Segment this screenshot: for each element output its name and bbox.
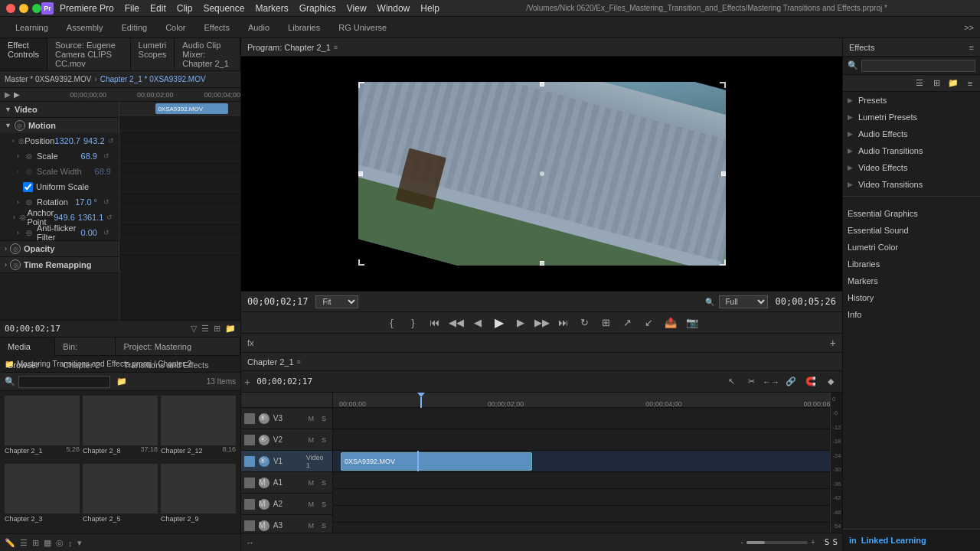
playback-icon[interactable]: ◎ — [56, 538, 64, 548]
tl-zoom-slider[interactable] — [746, 541, 808, 544]
step-forward-button[interactable]: ▶▶ — [533, 314, 551, 332]
effect-item-markers[interactable]: Markers — [843, 272, 980, 289]
track-v2-eye-icon[interactable]: 👁 — [259, 435, 270, 445]
pencil-icon[interactable]: ✏️ — [5, 538, 15, 548]
razor-tool-icon[interactable]: ✂ — [743, 373, 760, 390]
ec-time-remapping-header[interactable]: › ◎ Time Remapping — [0, 257, 119, 272]
link-icon[interactable]: 🔗 — [782, 373, 799, 390]
play-button[interactable]: ▶ — [490, 314, 508, 332]
step-back-button[interactable]: ◀◀ — [447, 314, 466, 332]
ec-opacity-header[interactable]: › ◎ Opacity — [0, 241, 119, 256]
overwrite-button[interactable]: ↙ — [640, 314, 658, 332]
icon-view-icon[interactable]: ▦ — [44, 538, 51, 548]
go-to-in-button[interactable]: ⏮ — [426, 314, 444, 332]
effect-item-lumetri-color[interactable]: Lumetri Color — [843, 239, 980, 256]
tab-assembly[interactable]: Assembly — [57, 17, 113, 38]
track-a2-solo-icon[interactable]: S — [318, 499, 329, 510]
menu-file[interactable]: File — [125, 3, 139, 14]
timeline-timecode[interactable]: 00;00;02;17 — [256, 377, 312, 386]
ec-folder-icon[interactable]: 📁 — [225, 324, 236, 334]
opacity-stopwatch-icon[interactable]: ◎ — [10, 243, 21, 254]
track-a3-lock-icon[interactable] — [244, 520, 255, 531]
track-a2-lock-icon[interactable] — [244, 499, 255, 510]
master-clip-name[interactable]: Master * 0XSA9392.MOV — [5, 75, 91, 83]
minimize-button[interactable] — [19, 4, 28, 13]
motion-stopwatch-icon[interactable]: ◎ — [15, 120, 25, 131]
effect-item-essential-graphics[interactable]: Essential Graphics — [843, 205, 980, 222]
tab-libraries[interactable]: Libraries — [279, 17, 329, 38]
menu-graphics[interactable]: Graphics — [299, 3, 336, 14]
position-y-value[interactable]: 943.2 — [83, 136, 105, 145]
tab-color[interactable]: Color — [156, 17, 194, 38]
list-item[interactable]: Chapter 2_5 — [83, 464, 158, 529]
effects-grid-view-icon[interactable]: ⊞ — [929, 77, 943, 90]
anchor-stopwatch-icon[interactable]: ◎ — [20, 214, 28, 221]
anti-flicker-value[interactable]: 0.00 — [81, 228, 97, 237]
anti-flicker-expand-icon[interactable]: › — [17, 229, 24, 236]
sequence-clip-name[interactable]: Chapter 2_1 * 0XSA9392.MOV — [100, 75, 206, 83]
safe-margins-button[interactable]: ⊞ — [597, 314, 616, 332]
loop-button[interactable]: ↻ — [576, 314, 594, 332]
position-stopwatch-icon[interactable]: ◎ — [18, 137, 24, 145]
effect-item-audio-transitions[interactable]: ▶ Audio Transitions — [843, 142, 980, 159]
tab-media-browser[interactable]: Media Browser — [0, 337, 55, 356]
track-a2-mute-icon[interactable]: M — [305, 499, 316, 510]
insert-button[interactable]: ↗ — [619, 314, 637, 332]
ec-video-header[interactable]: ▼ Video — [0, 102, 119, 117]
scale-stopwatch-icon[interactable]: ◎ — [26, 152, 37, 160]
scale-expand-icon[interactable]: › — [17, 152, 24, 160]
mark-in-button[interactable]: { — [383, 314, 401, 332]
effects-panel-menu-icon[interactable]: ≡ — [963, 77, 977, 90]
track-v1-lock-icon[interactable] — [244, 456, 255, 467]
rotation-value[interactable]: 17.0 ° — [75, 197, 97, 207]
menu-sequence[interactable]: Sequence — [203, 3, 244, 14]
mark-out-button[interactable]: } — [404, 314, 423, 332]
maximize-button[interactable] — [32, 4, 41, 13]
tab-bin[interactable]: Bin: Chapter 2 × — [55, 337, 116, 356]
rotation-reset-icon[interactable]: ↺ — [103, 198, 114, 206]
track-v1-eye-icon[interactable]: 👁 — [259, 456, 270, 467]
tab-learning[interactable]: Learning — [6, 17, 57, 38]
menu-view[interactable]: View — [347, 3, 367, 14]
tl-fit-button[interactable]: ↔ — [246, 538, 254, 547]
new-folder-icon[interactable]: 📁 — [116, 377, 127, 386]
timeline-ruler[interactable]: 00;00;00 00;00;02;00 00;00;04;00 00;00;0… — [333, 393, 842, 408]
go-to-out-button[interactable]: ⏭ — [554, 314, 573, 332]
list-view-icon[interactable]: ☰ — [20, 538, 28, 548]
effects-new-folder-icon[interactable]: 📁 — [946, 77, 960, 90]
tab-lumetri-scopes[interactable]: Lumetri Scopes — [131, 38, 175, 70]
menu-premiere-pro[interactable]: Premiere Pro — [60, 3, 114, 14]
track-v2-lock-icon[interactable] — [244, 435, 255, 445]
rotation-stopwatch-icon[interactable]: ◎ — [26, 198, 37, 206]
effect-item-video-effects[interactable]: ▶ Video Effects — [843, 159, 980, 176]
track-a3-eye-icon[interactable]: M — [259, 520, 270, 531]
menu-clip[interactable]: Clip — [177, 3, 193, 14]
transform-handle-right[interactable] — [721, 171, 726, 176]
scale-value[interactable]: 68.9 — [81, 152, 97, 161]
track-mute-icon[interactable]: M — [305, 413, 316, 424]
next-frame-button[interactable]: ▶ — [511, 314, 530, 332]
anchor-x-value[interactable]: 949.6 — [54, 213, 75, 222]
tab-audio-clip-mixer[interactable]: Audio Clip Mixer: Chapter 2_1 — [175, 38, 240, 70]
position-reset-icon[interactable]: ↺ — [108, 137, 114, 145]
position-x-value[interactable]: 1320.7 — [54, 136, 80, 145]
magnet-icon[interactable]: 🧲 — [802, 373, 819, 390]
scale-reset-icon[interactable]: ↺ — [103, 152, 114, 160]
position-expand-icon[interactable]: › — [12, 137, 17, 145]
tab-audio[interactable]: Audio — [239, 17, 279, 38]
effects-search-input[interactable] — [861, 60, 975, 72]
effect-item-essential-sound[interactable]: Essential Sound — [843, 222, 980, 239]
track-eye-icon[interactable]: 👁 — [259, 413, 270, 424]
effect-item-audio-effects[interactable]: ▶ Audio Effects — [843, 126, 980, 142]
ec-play-button[interactable]: ▶ — [14, 90, 20, 99]
effect-item-presets[interactable]: ▶ Presets — [843, 92, 980, 109]
track-lock-icon[interactable] — [244, 413, 255, 424]
transform-handle-bottom[interactable] — [540, 261, 544, 266]
tl-zoom-in-icon[interactable]: + — [811, 538, 815, 546]
prev-frame-button[interactable]: ◀ — [469, 314, 487, 332]
grid-view-icon[interactable]: ⊞ — [32, 538, 39, 548]
effect-item-info[interactable]: Info — [843, 306, 980, 323]
add-track-icon[interactable]: + — [244, 376, 250, 388]
tl-zoom-out-icon[interactable]: - — [741, 538, 743, 546]
track-a1-lock-icon[interactable] — [244, 478, 255, 488]
